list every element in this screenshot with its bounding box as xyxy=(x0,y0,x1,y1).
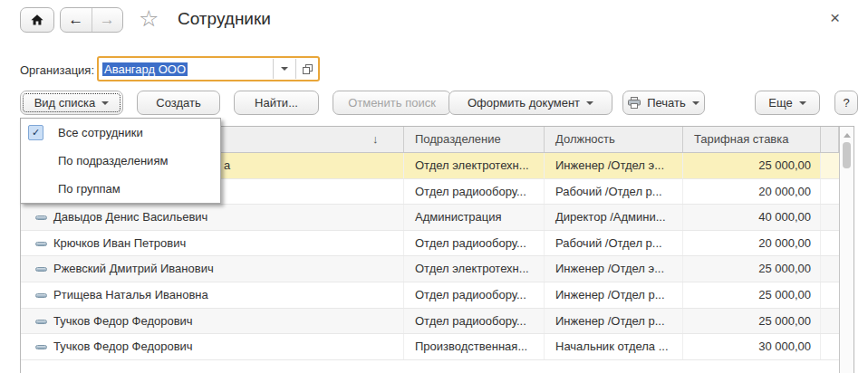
department-cell: Отдел электротехн... xyxy=(404,256,545,282)
table-row[interactable]: Ржевский Дмитрий Иванович Отдел электрот… xyxy=(21,256,839,282)
column-header-rate[interactable]: Тарифная ставка xyxy=(683,127,821,152)
position-cell: Директор /Админи... xyxy=(545,205,683,230)
create-button[interactable]: Создать xyxy=(137,91,220,115)
row-spacer-cell xyxy=(821,179,839,205)
employee-icon xyxy=(35,267,47,272)
row-spacer-cell xyxy=(821,334,839,359)
back-button[interactable]: ← xyxy=(61,8,92,32)
scroll-up-icon[interactable] xyxy=(844,133,851,138)
close-icon[interactable]: × xyxy=(830,9,840,26)
menu-item-by-departments[interactable]: По подразделениям xyxy=(21,147,220,175)
forward-icon: → xyxy=(100,11,115,29)
column-header-spacer xyxy=(821,127,839,152)
table-row[interactable]: Ртищева Наталья Ивановна Отдел радиообор… xyxy=(21,282,839,309)
table-row[interactable]: Крючков Иван Петрович Отдел радиообору..… xyxy=(21,231,839,257)
employee-name-cell: Давыдов Денис Васильевич xyxy=(21,205,404,230)
department-cell: Отдел электротехн... xyxy=(404,153,545,178)
chevron-down-icon xyxy=(692,101,699,105)
menu-item-label: Все сотрудники xyxy=(58,126,143,139)
organization-input[interactable]: Авангард ООО xyxy=(99,62,273,76)
row-spacer-cell xyxy=(821,256,839,282)
employee-icon xyxy=(35,242,47,246)
row-spacer-cell xyxy=(821,153,839,178)
navigation-buttons: ← → xyxy=(60,7,123,33)
rate-cell: 30 000,00 xyxy=(683,334,821,359)
employee-name-cell: Тучков Федор Федорович xyxy=(21,334,404,359)
position-cell: Рабочий /Отдел р... xyxy=(545,231,683,256)
cancel-search-button: Отменить поиск xyxy=(333,91,451,115)
organization-label: Организация: xyxy=(20,63,94,77)
chevron-down-icon xyxy=(586,101,593,105)
table-row[interactable]: Давыдов Денис Васильевич Администрация Д… xyxy=(21,205,839,231)
view-list-button[interactable]: Вид списка xyxy=(20,91,123,115)
table-row[interactable]: Тучков Федор Федорович Отдел радиообору.… xyxy=(21,309,839,335)
employee-name-cell: Ржевский Дмитрий Иванович xyxy=(21,256,404,282)
rate-cell: 25 000,00 xyxy=(683,153,821,178)
table-row[interactable]: Тучков Федор Федорович Производственная.… xyxy=(21,334,839,360)
column-header-position[interactable]: Должность xyxy=(545,127,683,152)
department-cell: Администрация xyxy=(404,205,545,230)
department-cell: Отдел радиообору... xyxy=(404,179,545,205)
open-form-icon xyxy=(302,63,313,75)
vertical-scrollbar[interactable] xyxy=(839,127,854,373)
rate-cell: 25 000,00 xyxy=(683,256,821,282)
create-label: Создать xyxy=(156,96,200,110)
department-cell: Отдел радиообору... xyxy=(404,309,545,334)
printer-icon xyxy=(628,97,641,109)
help-button[interactable]: ? xyxy=(834,91,858,115)
rate-cell: 40 000,00 xyxy=(683,205,821,230)
row-spacer-cell xyxy=(821,282,839,308)
scrollbar-thumb[interactable] xyxy=(843,142,851,168)
position-cell: Инженер /Отдел э... xyxy=(545,153,683,178)
employee-name-cell: Тучков Федор Федорович xyxy=(21,309,404,334)
chevron-down-icon xyxy=(799,101,806,105)
rate-cell: 20 000,00 xyxy=(683,179,821,205)
print-button[interactable]: Печать xyxy=(622,91,705,115)
column-header-department[interactable]: Подразделение xyxy=(404,127,545,152)
employee-icon xyxy=(35,215,47,220)
row-spacer-cell xyxy=(821,205,839,230)
make-document-button[interactable]: Оформить документ xyxy=(448,91,612,115)
position-cell: Начальник отдела ... xyxy=(545,334,683,359)
more-button[interactable]: Еще xyxy=(755,91,820,115)
home-icon xyxy=(30,13,44,27)
organization-dropdown-button[interactable] xyxy=(274,58,295,80)
view-list-menu: ✓ Все сотрудники По подразделениям По гр… xyxy=(20,118,221,204)
sort-descending-icon[interactable]: ↓ xyxy=(372,127,379,152)
employee-name-cell: Ртищева Наталья Ивановна xyxy=(21,282,404,308)
print-label: Печать xyxy=(647,96,686,110)
menu-item-label: По группам xyxy=(58,182,121,196)
menu-item-all-employees[interactable]: ✓ Все сотрудники xyxy=(21,119,220,147)
position-cell: Инженер /Отдел р... xyxy=(545,282,683,308)
organization-value: Авангард ООО xyxy=(102,62,188,76)
make-document-label: Оформить документ xyxy=(468,96,580,110)
rate-cell: 25 000,00 xyxy=(683,309,821,334)
help-label: ? xyxy=(843,96,849,110)
organization-field[interactable]: Авангард ООО xyxy=(97,56,320,81)
employees-list-window: ← → ☆ Сотрудники × Организация: Авангард… xyxy=(0,0,868,373)
chevron-down-icon xyxy=(101,101,109,105)
employee-name-cell: Крючков Иван Петрович xyxy=(21,231,404,256)
more-label: Еще xyxy=(768,96,792,110)
rate-cell: 20 000,00 xyxy=(683,231,821,256)
home-button[interactable] xyxy=(20,7,54,33)
organization-open-button[interactable] xyxy=(296,58,318,80)
view-list-label: Вид списка xyxy=(34,96,96,110)
chevron-down-icon xyxy=(281,67,288,71)
department-cell: Отдел радиообору... xyxy=(404,282,545,308)
position-cell: Инженер /Отдел э... xyxy=(545,256,683,282)
forward-button[interactable]: → xyxy=(92,8,123,32)
menu-item-by-groups[interactable]: По группам xyxy=(21,175,220,203)
menu-item-label: По подразделениям xyxy=(58,154,168,167)
find-button[interactable]: Найти... xyxy=(234,91,319,115)
department-cell: Производственная... xyxy=(404,334,545,359)
position-cell: Рабочий /Отдел р... xyxy=(545,179,683,205)
employee-icon xyxy=(35,320,47,324)
row-spacer-cell xyxy=(821,231,839,256)
row-spacer-cell xyxy=(821,309,839,334)
checkmark-icon: ✓ xyxy=(28,125,43,140)
cancel-search-label: Отменить поиск xyxy=(348,96,436,110)
favorite-star-icon[interactable]: ☆ xyxy=(139,7,159,30)
employee-icon xyxy=(35,345,47,349)
employee-icon xyxy=(35,293,47,298)
